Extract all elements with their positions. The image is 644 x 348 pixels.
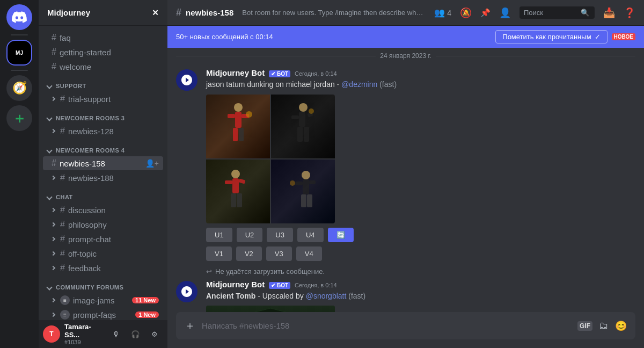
hash-icon: #	[60, 173, 65, 183]
reply-indicator: ↩ Не удаётся загрузить сообщение.	[167, 265, 644, 276]
grid-image-1	[206, 95, 270, 158]
channel-chevron	[51, 237, 55, 241]
category-chat[interactable]: CHAT	[39, 185, 167, 202]
u3-button[interactable]: U3	[267, 228, 293, 242]
mute-button[interactable]: 🎙	[107, 325, 125, 343]
forum-icon: ≡	[60, 310, 70, 320]
category-support[interactable]: SUPPORT	[39, 74, 167, 91]
channel-item-philosophy[interactable]: # philosophy	[43, 218, 163, 231]
add-server-button[interactable]: ＋	[6, 105, 32, 131]
message-time: Сегодня, в 0:14	[295, 70, 337, 77]
hash-icon: #	[60, 249, 65, 258]
bell-muted-icon[interactable]: 🔕	[460, 7, 472, 19]
u4-button[interactable]: U4	[297, 228, 324, 242]
v2-button[interactable]: V2	[236, 247, 262, 261]
channel-sidebar: Midjourney ✕ # faq # getting-started # w…	[39, 0, 167, 348]
fast-tag: (fast)	[379, 80, 397, 89]
help-icon[interactable]: ❓	[624, 7, 635, 19]
svg-rect-9	[291, 115, 299, 119]
grid-image-2	[271, 95, 335, 158]
channel-item-trial-support[interactable]: # trial-support	[43, 92, 163, 106]
svg-rect-1	[235, 112, 241, 128]
explore-button[interactable]: 🧭	[6, 75, 32, 101]
deafen-button[interactable]: 🎧	[127, 325, 144, 343]
message-input-box: ＋ GIF 🗂 😊	[176, 312, 635, 339]
svg-rect-11	[297, 127, 303, 142]
member-count: 👥 4	[434, 8, 451, 18]
category-community-forums[interactable]: COMMUNITY FORUMS	[39, 276, 167, 293]
svg-rect-24	[301, 194, 306, 207]
settings-button[interactable]: ⚙	[146, 325, 163, 343]
u2-button[interactable]: U2	[237, 228, 263, 242]
channel-list: # faq # getting-started # welcome SUPPOR…	[39, 26, 167, 320]
channel-item-getting-started[interactable]: # getting-started	[43, 45, 163, 59]
channel-item-newbies-188[interactable]: # newbies-188	[43, 171, 163, 185]
hash-icon: #	[60, 263, 65, 273]
v3-button[interactable]: V3	[266, 247, 292, 261]
members-icon: 👥	[434, 8, 445, 18]
server-header[interactable]: Midjourney ✕	[39, 0, 167, 26]
channel-item-welcome[interactable]: # welcome	[43, 60, 163, 74]
message-author-2: Midjourney Bot	[206, 280, 265, 289]
channel-chevron	[51, 266, 55, 270]
midjourney-server-icon[interactable]: MJ	[6, 40, 32, 66]
channel-hash-icon: #	[176, 7, 181, 18]
channel-item-prompt-faqs[interactable]: ≡ prompt-faqs 1 New	[43, 308, 163, 320]
mark-read-button[interactable]: Пометить как прочитанным ✓	[495, 30, 607, 44]
pin-icon[interactable]: 📌	[480, 8, 491, 18]
category-newcomer-4[interactable]: NEWCOMER ROOMS 4	[39, 139, 167, 156]
grid-image-4	[271, 160, 335, 223]
notification-banner: 50+ новых сообщений с 00:14 Пометить как…	[167, 26, 644, 48]
channel-chevron	[51, 251, 55, 256]
svg-point-14	[231, 170, 240, 178]
message-text: jason tatum dunking on michael jordan - …	[206, 79, 635, 90]
search-bar[interactable]: 🔍	[519, 6, 595, 19]
channel-item-feedback[interactable]: # feedback	[43, 261, 163, 275]
sticker-button[interactable]: 🗂	[599, 320, 609, 331]
channel-name-label: newbies-158	[186, 8, 233, 17]
message-header-2: Midjourney Bot ✔ БОТ Сегодня, в 0:14	[206, 280, 635, 289]
channel-item-faq[interactable]: # faq	[43, 31, 163, 45]
ancient-tomb-image	[206, 306, 335, 312]
avatar	[176, 69, 197, 91]
svg-rect-5	[239, 128, 244, 141]
channel-description: Bot room for new users. Type /imagine th…	[242, 9, 426, 17]
message-input-area: ＋ GIF 🗂 😊	[167, 312, 644, 348]
svg-rect-22	[295, 182, 303, 185]
hash-icon: #	[60, 126, 65, 136]
discord-home-button[interactable]	[6, 4, 32, 30]
svg-rect-2	[228, 114, 235, 118]
hash-icon: #	[52, 158, 56, 168]
date-separator: 24 января 2023 г.	[167, 48, 644, 64]
message-header: Midjourney Bot ✔ БОТ Сегодня, в 0:14	[206, 68, 635, 77]
add-attachment-button[interactable]: ＋	[185, 312, 195, 339]
channel-item-discussion[interactable]: # discussion	[43, 203, 163, 217]
v4-button[interactable]: V4	[296, 247, 322, 261]
channel-item-newbies-158[interactable]: # newbies-158 👤+	[43, 156, 163, 170]
message-time-2: Сегодня, в 0:14	[295, 282, 337, 288]
channel-chevron	[51, 313, 55, 317]
svg-point-20	[302, 171, 310, 179]
inbox-icon[interactable]: 📥	[603, 7, 615, 19]
category-newcomer-3[interactable]: NEWCOMER ROOMS 3	[39, 106, 167, 124]
gif-button[interactable]: GIF	[577, 321, 592, 331]
avatar: T	[43, 325, 60, 343]
message-content-2: Midjourney Bot ✔ БОТ Сегодня, в 0:14 Anc…	[206, 280, 635, 312]
channel-header-name: # newbies-158	[176, 7, 233, 18]
svg-rect-17	[238, 179, 245, 184]
refresh-button[interactable]: 🔄	[328, 228, 354, 242]
messages-area[interactable]: 24 января 2023 г. Midjourney Bot ✔ БОТ С…	[167, 48, 644, 312]
channel-item-newbies-128[interactable]: # newbies-128	[43, 124, 163, 138]
mention: @dezminn	[341, 80, 377, 89]
emoji-button[interactable]: 😊	[615, 320, 627, 332]
channel-item-off-topic[interactable]: # off-topic	[43, 247, 163, 260]
search-input[interactable]	[524, 9, 577, 17]
checkmark-icon: ✓	[595, 33, 601, 41]
channel-item-prompt-chat[interactable]: # prompt-chat	[43, 232, 163, 246]
u1-button[interactable]: U1	[206, 228, 232, 242]
v1-button[interactable]: V1	[206, 247, 232, 261]
svg-point-0	[234, 103, 243, 112]
channel-item-image-jams[interactable]: ≡ image-jams 11 New	[43, 293, 163, 307]
message-input[interactable]	[202, 315, 571, 337]
members-panel-icon[interactable]: 👤	[499, 7, 511, 19]
